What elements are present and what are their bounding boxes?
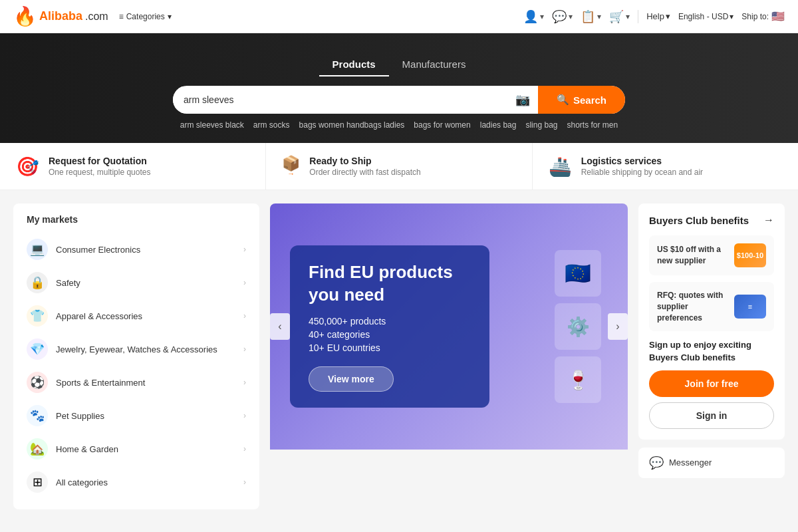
main-content: My markets 💻 Consumer Electronics › 🔒 Sa… (0, 190, 798, 523)
language-button[interactable]: English - USD ▾ (678, 12, 733, 21)
categories-label: Categories (126, 12, 165, 21)
rts-subtitle: Order directly with fast dispatch (309, 168, 420, 177)
camera-icon[interactable]: 📷 (507, 87, 538, 112)
all-categories-arrow: › (243, 477, 246, 487)
badge-text-0: $100-10 (737, 251, 763, 259)
sidebar-item-sports[interactable]: ⚽ Sports & Entertainment › (13, 366, 259, 399)
logo[interactable]: 🔥 Alibaba .com (13, 5, 108, 27)
messenger-bar[interactable]: 💬 Messenger (638, 448, 785, 478)
rfq-text: Request for Quotation One request, multi… (49, 156, 150, 177)
lang-chevron: ▾ (730, 12, 733, 21)
rfq-icon: 🎯 (16, 156, 39, 178)
sidebar-item-jewelry[interactable]: 💎 Jewelry, Eyewear, Watches & Accessorie… (13, 332, 259, 366)
benefit-text-1: RFQ: quotes with supplier preferences (657, 290, 728, 323)
jewelry-icon: 💎 (27, 338, 48, 360)
electronics-label: Consumer Electronics (56, 245, 235, 255)
benefit-badge-0: $100-10 (734, 243, 766, 267)
language-label: English - USD (678, 12, 728, 21)
rts-title: Ready to Ship (309, 156, 420, 166)
jewelry-arrow: › (243, 344, 246, 354)
safety-arrow: › (243, 278, 246, 287)
signin-button[interactable]: Sign in (649, 402, 774, 429)
messenger-label: Messenger (669, 458, 712, 467)
rts-icon: 📦 → (282, 155, 300, 178)
categories-menu[interactable]: ≡ Categories ▾ (119, 12, 172, 21)
banner-cta-label: View more (328, 374, 374, 384)
right-panel: Buyers Club benefits → US $10 off with a… (638, 203, 785, 509)
header: 🔥 Alibaba .com ≡ Categories ▾ 👤 ▾ 💬 ▾ 📋 … (0, 0, 798, 33)
product-image-3: 🍷 (555, 356, 601, 403)
tab-manufacturers[interactable]: Manufacturers (389, 53, 479, 76)
sidebar-item-pets[interactable]: 🐾 Pet Supplies › (13, 399, 259, 432)
sidebar: My markets 💻 Consumer Electronics › 🔒 Sa… (13, 203, 259, 509)
suggestion-4[interactable]: ladies bag (480, 120, 517, 130)
pets-label: Pet Supplies (56, 411, 235, 421)
service-logistics[interactable]: 🚢 Logistics services Reliable shipping b… (533, 143, 798, 190)
sidebar-item-electronics[interactable]: 💻 Consumer Electronics › (13, 233, 259, 266)
benefit-badge-1: ≡ (734, 295, 766, 319)
messenger-icon: 💬 (649, 456, 664, 470)
benefit-text-0: US $10 off with a new supplier (657, 244, 728, 267)
logo-com: .com (85, 11, 108, 23)
tab-products[interactable]: Products (319, 53, 389, 76)
search-suggestions: arm sleeves black arm socks bags women h… (180, 120, 618, 130)
product-image-2: ⚙️ (555, 303, 601, 350)
product-image-1: 🇪🇺 (555, 250, 601, 297)
banner-title: Find EU products you need (309, 261, 471, 307)
banner: ‹ Find EU products you need 450,000+ pro… (270, 203, 628, 450)
rfq-title: Request for Quotation (49, 156, 150, 166)
badge-text-1: ≡ (748, 303, 752, 311)
help-chevron: ▾ (666, 11, 670, 21)
suggestion-6[interactable]: shorts for men (567, 120, 618, 130)
banner-next-button[interactable]: › (608, 313, 628, 340)
apparel-icon: 👕 (27, 305, 48, 327)
account-icon-group[interactable]: 👤 ▾ (523, 9, 544, 24)
home-label: Home & Garden (56, 444, 235, 454)
banner-products: 🇪🇺 ⚙️ 🍷 (555, 250, 601, 403)
orders-icon-group[interactable]: 📋 ▾ (581, 9, 601, 24)
pets-icon: 🐾 (27, 405, 48, 426)
suggestion-1[interactable]: arm socks (253, 120, 290, 130)
suggestion-0[interactable]: arm sleeves black (180, 120, 244, 130)
banner-stat-2: 10+ EU countries (309, 342, 471, 353)
banner-content: Find EU products you need 450,000+ produ… (270, 225, 509, 428)
service-rfq[interactable]: 🎯 Request for Quotation One request, mul… (0, 143, 266, 190)
safety-label: Safety (56, 278, 235, 288)
home-arrow: › (243, 444, 246, 454)
banner-stat-0: 450,000+ products (309, 316, 471, 327)
sidebar-item-safety[interactable]: 🔒 Safety › (13, 266, 259, 299)
buyers-club-arrow-icon[interactable]: → (763, 214, 774, 226)
service-ready-to-ship[interactable]: 📦 → Ready to Ship Order directly with fa… (266, 143, 532, 190)
sidebar-item-home[interactable]: 🏡 Home & Garden › (13, 432, 259, 466)
banner-cta-button[interactable]: View more (309, 366, 394, 392)
all-categories-label: All categories (56, 477, 235, 487)
suggestion-3[interactable]: bags for women (414, 120, 470, 130)
logistics-subtitle: Reliable shipping by ocean and air (581, 168, 703, 177)
sidebar-item-apparel[interactable]: 👕 Apparel & Accessories › (13, 299, 259, 332)
banner-stat-1: 40+ categories (309, 329, 471, 340)
suggestion-2[interactable]: bags women handbags ladies (299, 120, 405, 130)
search-input[interactable] (173, 86, 507, 113)
cart-chevron: ▾ (626, 12, 630, 21)
sidebar-item-all[interactable]: ⊞ All categories › (13, 466, 259, 499)
search-tabs: Products Manufacturers (319, 53, 479, 76)
electronics-arrow: › (243, 245, 246, 254)
orders-chevron: ▾ (597, 12, 601, 21)
apparel-label: Apparel & Accessories (56, 311, 235, 321)
grid-icon: ≡ (119, 12, 124, 21)
benefit-item-0: US $10 off with a new supplier $100-10 (649, 235, 774, 275)
logo-text: Alibaba (39, 9, 82, 23)
join-button[interactable]: Join for free (649, 370, 774, 397)
search-button[interactable]: 🔍 Search (538, 86, 625, 114)
help-button[interactable]: Help ▾ (646, 11, 670, 21)
sidebar-title: My markets (13, 214, 259, 233)
apparel-arrow: › (243, 311, 246, 321)
buyers-club-header: Buyers Club benefits → (649, 214, 774, 226)
suggestion-5[interactable]: sling bag (525, 120, 557, 130)
cart-icon-group[interactable]: 🛒 ▾ (609, 9, 630, 24)
ship-to-selector[interactable]: Ship to: 🇺🇸 (741, 10, 785, 23)
messages-icon-group[interactable]: 💬 ▾ (552, 9, 573, 24)
banner-stats-list: 450,000+ products 40+ categories 10+ EU … (309, 316, 471, 353)
sports-arrow: › (243, 378, 246, 387)
banner-info-box: Find EU products you need 450,000+ produ… (290, 245, 489, 408)
